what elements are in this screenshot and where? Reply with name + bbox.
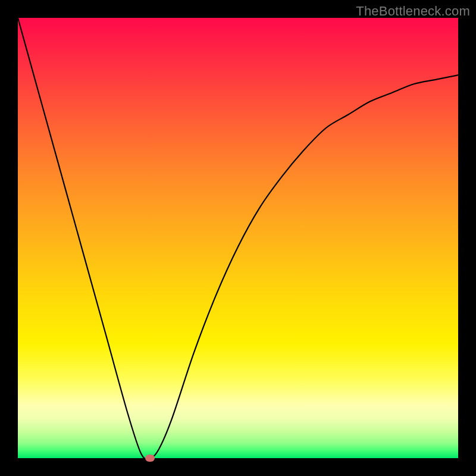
plot-frame [18, 18, 458, 458]
bottleneck-curve [18, 18, 458, 458]
minimum-marker [145, 455, 155, 462]
watermark-text: TheBottleneck.com [356, 4, 470, 19]
curve-svg [18, 18, 458, 458]
